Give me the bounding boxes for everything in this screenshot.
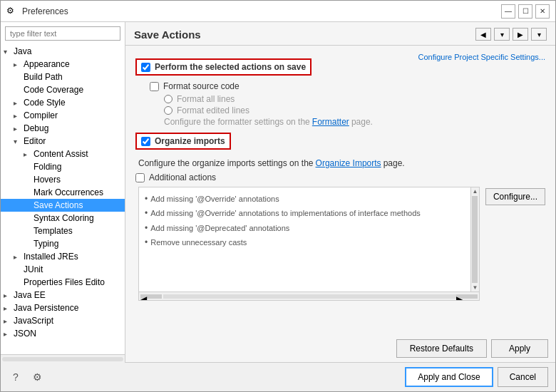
list-item: •Add missing '@Deprecated' annotations [145,221,465,235]
spacer-icon [24,215,34,222]
chevron-right-icon: ▸ [4,292,14,299]
spacer-icon [24,240,34,248]
list-vertical-scrollbar[interactable]: ▲ ▼ [470,187,479,292]
list-container: •Add missing '@Override' annotations •Ad… [138,187,480,301]
format-source-row: Format source code [150,81,545,91]
filter-input[interactable] [5,26,120,41]
restore-defaults-button[interactable]: Restore Defaults [396,339,487,358]
format-source-checkbox[interactable] [150,82,159,91]
sidebar-item-hovers[interactable]: Hovers [1,173,125,186]
sidebar: ▾ Java ▸ Appearance Build Path Code Cove… [1,22,125,363]
chevron-right-icon: ▸ [14,125,24,133]
sidebar-item-java[interactable]: ▾ Java [1,45,125,58]
chevron-right-icon: ▸ [4,330,14,338]
scroll-up-icon[interactable]: ▲ [472,188,478,195]
format-all-radio[interactable] [164,95,173,103]
sidebar-item-java-persistence[interactable]: ▸ Java Persistence [1,301,125,314]
close-button[interactable]: ✕ [535,4,550,19]
format-edited-row: Format edited lines [164,105,545,115]
sidebar-item-folding[interactable]: Folding [1,160,125,173]
perform-action-label: Perform the selected actions on save [155,62,306,72]
forward-button[interactable]: ▶ [513,28,528,41]
window-title: Preferences [22,6,501,16]
list-item: •Add missing '@Override' annotations [145,192,465,206]
perform-action-highlighted: Perform the selected actions on save [135,58,312,76]
list-horizontal-scrollbar[interactable]: ◀ ▶ [139,292,479,300]
footer: ? ⚙ Apply and Close Cancel [1,363,555,391]
minimize-button[interactable]: — [501,4,515,19]
sidebar-item-properties-files-editor[interactable]: Properties Files Edito [1,276,125,289]
list-content: •Add missing '@Override' annotations •Ad… [139,187,470,292]
format-edited-radio[interactable] [164,106,173,115]
spacer-icon [14,86,24,94]
spacer-icon [14,279,24,287]
apply-button[interactable]: Apply [491,339,548,358]
sidebar-item-debug[interactable]: ▸ Debug [1,122,125,135]
h-scroll-btn-right[interactable]: ▶ [456,294,478,299]
back-button[interactable]: ◀ [475,28,491,41]
h-scroll-btn-left[interactable]: ◀ [140,294,162,299]
list-item: •Add missing '@Override' annotations to … [145,206,465,220]
organize-imports-link[interactable]: Organize Imports [316,158,381,168]
additional-actions-checkbox[interactable] [135,173,145,182]
additional-actions-row: Additional actions [135,172,545,182]
perform-action-checkbox[interactable] [141,63,150,72]
sidebar-item-compiler[interactable]: ▸ Compiler [1,109,125,122]
organize-desc: Configure the organize imports settings … [138,158,545,168]
panel-header: Save Actions ◀ ▾ ▶ ▾ [125,22,555,46]
help-button[interactable]: ? [8,369,24,385]
organize-imports-checkbox[interactable] [141,137,150,146]
chevron-right-icon: ▸ [14,61,24,68]
apply-close-button[interactable]: Apply and Close [405,367,493,387]
panel-header-right: ◀ ▾ ▶ ▾ [475,28,547,41]
sidebar-item-code-coverage[interactable]: Code Coverage [1,83,125,96]
panel-bottom-actions: Restore Defaults Apply [125,335,555,363]
tree-container: ▾ Java ▸ Appearance Build Path Code Cove… [1,45,125,354]
configure-project-link[interactable]: Configure Project Specific Settings... [418,53,545,61]
sidebar-item-junit[interactable]: JUnit [1,263,125,276]
configure-button[interactable]: Configure... [485,188,545,205]
sidebar-item-javascript[interactable]: ▸ JavaScript [1,314,125,327]
sidebar-item-save-actions[interactable]: Save Actions [1,199,125,212]
sidebar-item-code-style[interactable]: ▸ Code Style [1,96,125,109]
sidebar-item-installed-jres[interactable]: ▸ Installed JREs [1,250,125,263]
scroll-down-icon[interactable]: ▼ [472,284,478,291]
format-source-section: Format source code Format all lines Form… [150,81,545,127]
sidebar-item-typing[interactable]: Typing [1,237,125,250]
menu-button[interactable]: ▾ [531,28,547,41]
chevron-right-icon: ▸ [14,99,24,107]
organize-imports-label: Organize imports [155,136,225,146]
formatter-link[interactable]: Formatter [312,117,349,127]
list-area: •Add missing '@Override' annotations •Ad… [138,187,545,301]
spacer-icon [24,176,34,184]
footer-right: Apply and Close Cancel [405,367,548,387]
sidebar-item-content-assist[interactable]: ▸ Content Assist [1,148,125,160]
right-panel: Save Actions ◀ ▾ ▶ ▾ Configure Project S… [125,22,555,363]
spacer-icon [24,202,34,210]
spacer-icon [14,266,24,274]
sidebar-item-json[interactable]: ▸ JSON [1,327,125,340]
format-source-label: Format source code [163,81,240,91]
formatter-text: Configure the formatter settings on the … [164,117,545,127]
preferences-window: ⚙ Preferences — ☐ ✕ ▾ Java ▸ Appearance [0,0,556,392]
title-bar-controls: — ☐ ✕ [501,4,550,19]
preferences-icon-button[interactable]: ⚙ [29,369,45,385]
scrollbar-track [2,357,123,361]
cancel-button[interactable]: Cancel [498,367,548,387]
sidebar-item-editor[interactable]: ▾ Editor [1,135,125,148]
format-all-label: Format all lines [177,94,235,104]
sidebar-item-syntax-coloring[interactable]: Syntax Coloring [1,212,125,225]
sidebar-item-templates[interactable]: Templates [1,225,125,237]
sidebar-item-java-ee[interactable]: ▸ Java EE [1,289,125,301]
sidebar-item-mark-occurrences[interactable]: Mark Occurrences [1,186,125,199]
format-all-row: Format all lines [164,94,545,104]
organize-imports-highlighted: Organize imports [135,133,231,150]
sidebar-item-appearance[interactable]: ▸ Appearance [1,58,125,71]
maximize-button[interactable]: ☐ [518,4,532,19]
format-edited-label: Format edited lines [177,105,249,115]
organize-imports-section: Organize imports [135,133,545,154]
dropdown-button[interactable]: ▾ [494,28,510,41]
sidebar-horizontal-scrollbar[interactable] [1,354,125,363]
sidebar-item-build-path[interactable]: Build Path [1,71,125,83]
spacer-icon [24,163,34,171]
